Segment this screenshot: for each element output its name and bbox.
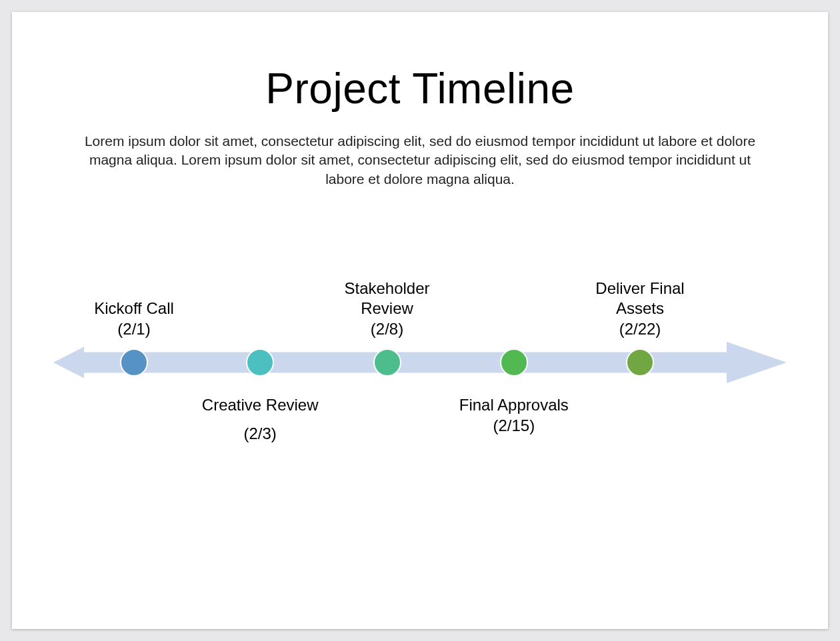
milestone-dot-4 [626,348,654,376]
milestone-4: Deliver Final Assets(2/22) [573,279,707,338]
slide-description: Lorem ipsum dolor sit amet, consectetur … [80,132,760,189]
milestone-label: Stakeholder Review [321,279,454,319]
milestone-date: (2/15) [447,416,581,435]
milestone-date: (2/22) [573,320,707,338]
slide-canvas: Project Timeline Lorem ipsum dolor sit a… [12,12,828,629]
milestone-date: (2/3) [193,424,327,443]
milestone-dot-3 [500,348,528,376]
milestone-2: Stakeholder Review(2/8) [321,279,454,338]
milestone-date: (2/1) [67,320,201,338]
milestone-0: Kickoff Call(2/1) [67,299,201,338]
milestone-label: Kickoff Call [67,299,201,319]
milestone-date: (2/8) [321,320,454,338]
milestone-label: Deliver Final Assets [573,279,707,319]
milestone-3: Final Approvals(2/15) [447,395,581,435]
timeline-arrow-icon [53,342,787,383]
milestone-dot-1 [246,348,274,376]
milestone-dot-0 [120,348,148,376]
slide-title: Project Timeline [52,64,788,113]
arrow-shape [53,342,787,383]
milestone-dot-2 [373,348,401,376]
milestone-label: Creative Review [193,395,327,415]
milestone-label: Final Approvals [447,395,581,415]
milestone-1: Creative Review(2/3) [193,395,327,443]
timeline: Kickoff Call(2/1)Creative Review(2/3)Sta… [53,262,787,482]
